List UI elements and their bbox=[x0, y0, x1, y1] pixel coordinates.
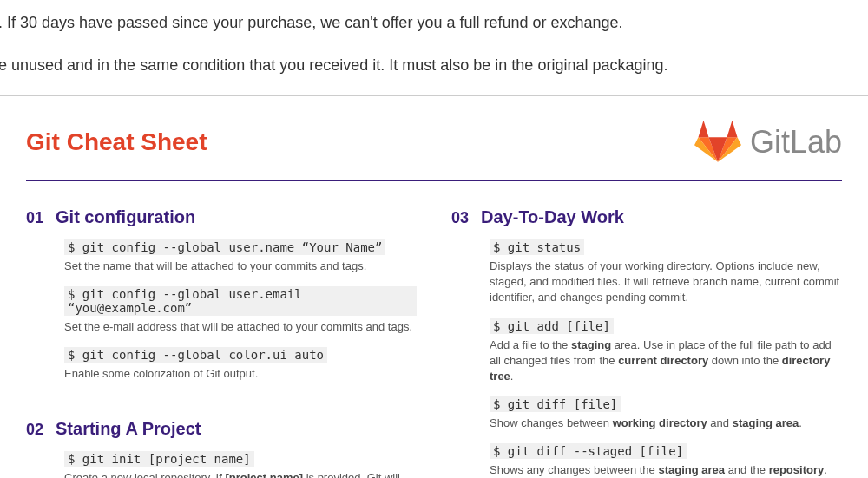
description: Show changes between working directory a… bbox=[490, 416, 842, 431]
description: Displays the status of your working dire… bbox=[490, 259, 842, 306]
description: Set the e-mail address that will be atta… bbox=[64, 319, 417, 335]
entry: $ git diff [file] Show changes between w… bbox=[490, 396, 842, 431]
columns: 01 Git configuration $ git config --glob… bbox=[26, 207, 842, 478]
section-title: Starting A Project bbox=[56, 419, 201, 439]
command: $ git config --global user.email “you@ex… bbox=[64, 286, 417, 316]
command: $ git add [file] bbox=[490, 318, 614, 334]
section-head-01: 01 Git configuration bbox=[26, 207, 417, 227]
right-column: 03 Day-To-Day Work $ git status Displays… bbox=[451, 207, 842, 478]
description: Enable some colorization of Git output. bbox=[64, 366, 417, 382]
cheat-sheet: Git Cheat Sheet GitLab 01 Git bbox=[0, 112, 868, 478]
refund-policy-line-2: e unused and in the same condition that … bbox=[0, 56, 868, 75]
entry: $ git status Displays the status of your… bbox=[490, 239, 842, 306]
section-number: 03 bbox=[451, 209, 469, 227]
description: Create a new local repository. If [proje… bbox=[64, 470, 417, 478]
brand-name: GitLab bbox=[750, 124, 842, 160]
spacer bbox=[26, 395, 417, 419]
command: $ git diff --staged [file] bbox=[490, 443, 687, 459]
section-title: Git configuration bbox=[56, 207, 195, 227]
gitlab-logo-icon bbox=[694, 119, 741, 166]
entry: $ git config --global user.name “Your Na… bbox=[64, 239, 417, 274]
entry: $ git init [project name] Create a new l… bbox=[64, 451, 417, 478]
command: $ git config --global color.ui auto bbox=[64, 347, 327, 363]
divider bbox=[0, 95, 868, 96]
brand: GitLab bbox=[694, 119, 842, 166]
section-number: 01 bbox=[26, 209, 43, 227]
command: $ git status bbox=[490, 239, 584, 255]
description: Set the name that will be attached to yo… bbox=[64, 259, 417, 274]
refund-policy-line-1: . If 30 days have passed since your purc… bbox=[0, 14, 868, 32]
description: Add a file to the staging area. Use in p… bbox=[490, 337, 842, 385]
section-number: 02 bbox=[26, 421, 43, 439]
section-title: Day-To-Day Work bbox=[481, 207, 624, 227]
header-rule bbox=[26, 180, 842, 181]
sheet-title: Git Cheat Sheet bbox=[26, 128, 207, 156]
entry: $ git add [file] Add a file to the stagi… bbox=[490, 318, 842, 385]
description: Shows any changes between the staging ar… bbox=[490, 462, 842, 478]
page-top-text: . If 30 days have passed since your purc… bbox=[0, 14, 868, 75]
sheet-header: Git Cheat Sheet GitLab bbox=[26, 112, 842, 173]
entry: $ git diff --staged [file] Shows any cha… bbox=[490, 443, 842, 478]
section-head-02: 02 Starting A Project bbox=[26, 419, 417, 439]
section-head-03: 03 Day-To-Day Work bbox=[451, 207, 842, 227]
command: $ git init [project name] bbox=[64, 451, 254, 467]
entry: $ git config --global user.email “you@ex… bbox=[64, 286, 417, 335]
entry: $ git config --global color.ui auto Enab… bbox=[64, 347, 417, 382]
command: $ git diff [file] bbox=[490, 396, 621, 412]
command: $ git config --global user.name “Your Na… bbox=[64, 239, 385, 255]
left-column: 01 Git configuration $ git config --glob… bbox=[26, 207, 417, 478]
